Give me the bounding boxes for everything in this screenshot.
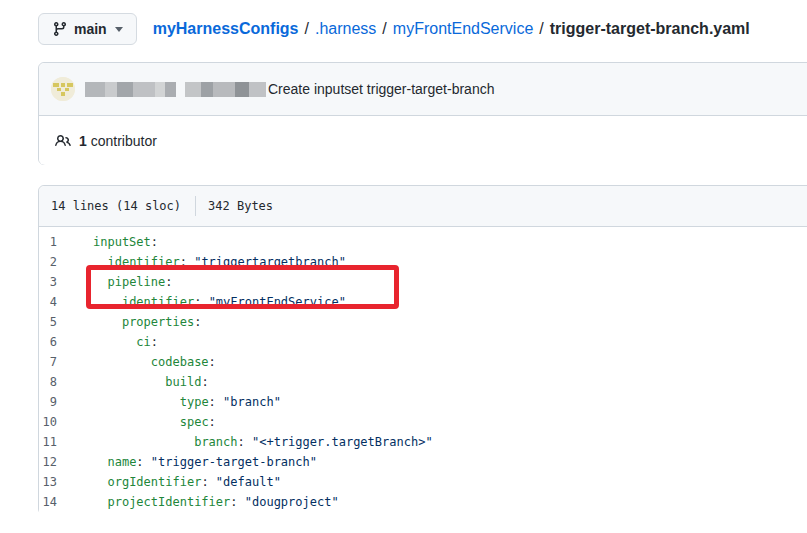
line-number[interactable]: 8 [39,372,57,392]
contributor-count: 1 [79,133,87,149]
breadcrumb-separator: / [539,20,543,38]
latest-commit-panel: Create inputset trigger-target-branch 1 … [38,62,807,165]
line-number[interactable]: 2 [39,252,57,272]
contributor-label: contributor [91,133,157,149]
code-text: build: [57,372,209,392]
line-number[interactable]: 4 [39,292,57,312]
code-text: name: "trigger-target-branch" [57,452,317,472]
line-number[interactable]: 11 [39,432,57,452]
code-text: type: "branch" [57,392,281,412]
file-lines-info: 14 lines (14 sloc) [51,199,181,213]
code-text: orgIdentifier: "default" [57,472,281,492]
line-number[interactable]: 9 [39,392,57,412]
code-text: identifier: "triggertargetbranch" [57,252,346,272]
commit-summary-row: Create inputset trigger-target-branch [39,63,807,116]
code-text: identifier: "myFrontEndService" [57,292,346,312]
code-line: 10 spec: [39,412,807,432]
code-text: ci: [57,332,158,352]
code-text: pipeline: [57,272,172,292]
breadcrumb-repo-link[interactable]: myHarnessConfigs [153,20,299,38]
line-number[interactable]: 14 [39,492,57,512]
caret-down-icon [115,27,123,32]
line-number[interactable]: 7 [39,352,57,372]
breadcrumb: myHarnessConfigs / .harness / myFrontEnd… [153,20,750,38]
contributors-row: 1 contributor [39,116,807,165]
file-content-panel: 14 lines (14 sloc) 342 Bytes 1inputSet:2… [38,185,807,515]
breadcrumb-current-file: trigger-target-branch.yaml [550,20,750,38]
code-text: branch: "<+trigger.targetBranch>" [57,432,433,452]
branch-name-label: main [74,21,107,37]
code-line: 7 codebase: [39,352,807,372]
code-line: 8 build: [39,372,807,392]
code-line: 12 name: "trigger-target-branch" [39,452,807,472]
code-viewer: 1inputSet:2 identifier: "triggertargetbr… [39,227,807,518]
code-line: 4 identifier: "myFrontEndService" [39,292,807,312]
git-branch-icon [52,21,68,37]
breadcrumb-dir-link-harness[interactable]: .harness [315,20,376,38]
line-number[interactable]: 10 [39,412,57,432]
code-line: 14 projectIdentifier: "dougproject" [39,492,807,512]
code-line: 3 pipeline: [39,272,807,292]
line-number[interactable]: 13 [39,472,57,492]
line-number[interactable]: 5 [39,312,57,332]
contributors-text[interactable]: 1 contributor [79,133,157,149]
file-size: 342 Bytes [208,199,273,213]
redacted-author-name[interactable] [85,82,266,97]
meta-divider [195,196,196,216]
github-file-view-page: main myHarnessConfigs / .harness / myFro… [0,0,807,533]
code-line: 2 identifier: "triggertargetbranch" [39,252,807,272]
people-icon [55,133,79,149]
file-meta-header: 14 lines (14 sloc) 342 Bytes [39,186,807,227]
code-text: properties: [57,312,201,332]
line-number[interactable]: 6 [39,332,57,352]
breadcrumb-dir-link-frontend-service[interactable]: myFrontEndService [393,20,534,38]
line-number[interactable]: 12 [39,452,57,472]
code-text: inputSet: [57,232,158,252]
code-text: spec: [57,412,216,432]
code-line: 6 ci: [39,332,807,352]
line-number[interactable]: 1 [39,232,57,252]
code-text: codebase: [57,352,216,372]
branch-selector-button[interactable]: main [38,13,137,45]
file-navigation-bar: main myHarnessConfigs / .harness / myFro… [38,13,807,45]
code-line: 11 branch: "<+trigger.targetBranch>" [39,432,807,452]
code-line: 1inputSet: [39,232,807,252]
code-line: 13 orgIdentifier: "default" [39,472,807,492]
code-line: 9 type: "branch" [39,392,807,412]
commit-message[interactable]: Create inputset trigger-target-branch [268,81,494,97]
line-number[interactable]: 3 [39,272,57,292]
breadcrumb-separator: / [382,20,386,38]
author-avatar-identicon[interactable] [51,77,75,101]
breadcrumb-separator: / [305,20,309,38]
code-line: 5 properties: [39,312,807,332]
code-text: projectIdentifier: "dougproject" [57,492,339,512]
